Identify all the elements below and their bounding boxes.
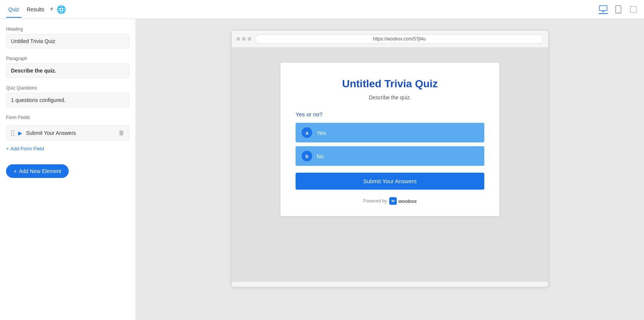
main-layout: Heading Untitled Trivia Quiz Paragraph D… [0,19,644,320]
delete-field-icon[interactable]: 🗑 [119,130,125,136]
add-form-field-label: Add Form Field [11,146,44,151]
svg-rect-5 [630,6,636,12]
heading-group: Heading Untitled Trivia Quiz [6,26,129,48]
browser-chrome: https://woobox.com/57jt4u [232,31,548,48]
answer-b-text: No [317,153,324,159]
heading-value[interactable]: Untitled Trivia Quiz [6,34,129,48]
add-element-plus-icon: + [14,168,17,174]
woobox-brand: woobox [398,198,417,204]
powered-by: Powered by W woobox [296,197,484,205]
browser-dot-green [248,37,251,41]
browser-dots [236,37,251,41]
preview-area: https://woobox.com/57jt4u Untitled Trivi… [136,19,644,320]
globe-icon[interactable]: 🌐 [57,5,66,14]
heading-label: Heading [6,26,129,32]
add-form-field-plus-icon: + [6,146,9,151]
tab-quiz[interactable]: Quiz [6,1,22,18]
top-nav-left: Quiz Results + 🌐 [6,1,66,18]
browser-mock: https://woobox.com/57jt4u Untitled Trivi… [231,30,548,287]
quiz-questions-group: Quiz Questions 1 questions configured. [6,85,129,107]
quiz-card: Untitled Trivia Quiz Describe the quiz. … [280,63,499,216]
paragraph-value[interactable]: Describe the quiz. [6,63,129,78]
expand-view-icon[interactable] [629,5,638,14]
quiz-question-label: Yes or no? [296,111,484,117]
answer-no-button[interactable]: b No [296,146,484,166]
browser-url: https://woobox.com/57jt4u [255,34,544,43]
answer-yes-button[interactable]: a Yes [296,123,484,142]
top-nav-right [599,5,638,14]
desktop-view-icon[interactable] [599,5,608,14]
tablet-view-icon[interactable] [614,5,623,14]
browser-dot-red [236,37,240,41]
browser-dot-yellow [242,37,246,41]
quiz-title: Untitled Trivia Quiz [296,78,484,90]
form-field-item: ▶ Submit Your Answers 🗑 [6,125,129,141]
add-icon[interactable]: + [49,5,54,13]
browser-content: Untitled Trivia Quiz Describe the quiz. … [232,48,548,282]
quiz-questions-label: Quiz Questions [6,85,129,91]
top-nav: Quiz Results + 🌐 [0,0,644,19]
woobox-icon: W [389,197,397,205]
submit-answers-button[interactable]: Submit Your Answers [296,173,484,190]
field-name: Submit Your Answers [26,130,115,136]
add-form-field-button[interactable]: + Add Form Field [6,144,129,153]
sidebar: Heading Untitled Trivia Quiz Paragraph D… [0,19,136,320]
paragraph-group: Paragraph Describe the quiz. [6,56,129,78]
add-element-label: Add New Element [19,168,61,174]
quiz-questions-value[interactable]: 1 questions configured. [6,93,129,107]
powered-by-text: Powered by [363,198,387,204]
svg-rect-0 [599,6,607,11]
svg-point-4 [618,12,619,12]
form-fields-group: Form Fields ▶ Submit Your Answers 🗑 + Ad… [6,115,129,153]
form-fields-label: Form Fields [6,115,129,120]
answer-a-letter: a [302,127,312,138]
answer-a-text: Yes [317,130,326,136]
submit-icon: ▶ [18,130,22,136]
quiz-description: Describe the quiz. [296,94,484,100]
paragraph-label: Paragraph [6,56,129,61]
tab-results[interactable]: Results [25,1,47,18]
add-element-button[interactable]: + Add New Element [6,164,69,178]
drag-handle[interactable] [11,130,14,136]
woobox-logo: W woobox [389,197,417,205]
answer-b-letter: b [302,151,312,161]
